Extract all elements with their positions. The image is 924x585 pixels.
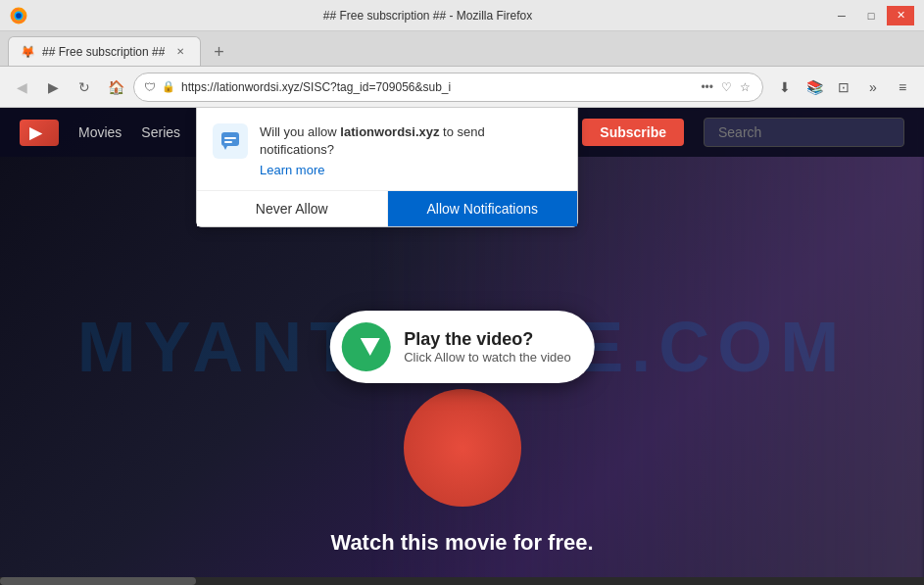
synced-tabs-button[interactable]: ⊡ — [830, 73, 857, 101]
scrollbar-area — [0, 577, 924, 585]
popup-buttons: Never Allow Allow Notifications — [197, 190, 577, 226]
title-bar-left — [10, 7, 27, 24]
play-arrow-icon — [360, 338, 379, 356]
url-bar: 🛡 🔒 https://lationwordsi.xyz/SISC?tag_id… — [133, 73, 763, 102]
watch-free-text: Watch this movie for free. — [0, 530, 924, 556]
popup-content: Will you allow lationwordsi.xyz to send … — [260, 123, 561, 178]
url-actions: ••• ♡ ☆ — [699, 78, 753, 96]
red-circle-decoration — [404, 389, 521, 507]
svg-marker-4 — [223, 146, 227, 150]
website-content: MYANTIWARE.COM ▶ Movies Series Categorie… — [0, 108, 924, 585]
window-title: ## Free subscription ## - Mozilla Firefo… — [27, 9, 828, 23]
lock-icon: 🔒 — [162, 80, 175, 93]
svg-rect-6 — [224, 141, 232, 143]
url-text[interactable]: https://lationwordsi.xyz/SISC?tag_id=709… — [181, 80, 693, 94]
title-bar: ## Free subscription ## - Mozilla Firefo… — [0, 0, 924, 31]
bookmark-icon[interactable]: ☆ — [738, 78, 753, 96]
site-logo: ▶ — [20, 120, 59, 146]
play-icon-circle — [341, 322, 390, 371]
play-text-container: Play the video? Click Allow to watch the… — [404, 329, 571, 365]
popup-message: Will you allow lationwordsi.xyz to send … — [260, 123, 561, 159]
learn-more-link[interactable]: Learn more — [260, 163, 324, 177]
extensions-button[interactable]: » — [859, 73, 887, 101]
restore-button[interactable]: □ — [857, 6, 885, 25]
nav-movies[interactable]: Movies — [78, 124, 122, 140]
back-button[interactable]: ◀ — [8, 73, 35, 101]
reload-button[interactable]: ↻ — [71, 73, 98, 101]
tab-favicon: 🦊 — [21, 45, 34, 59]
shield-icon: 🛡 — [144, 80, 156, 94]
new-tab-button[interactable]: + — [205, 38, 232, 66]
notification-icon — [213, 123, 248, 159]
svg-point-2 — [16, 13, 22, 19]
nav-series[interactable]: Series — [141, 124, 180, 140]
browser-tab[interactable]: 🦊 ## Free subscription ## ✕ — [8, 36, 201, 66]
tab-bar: 🦊 ## Free subscription ## ✕ + — [0, 31, 924, 67]
menu-button[interactable]: ≡ — [889, 73, 916, 101]
forward-button[interactable]: ▶ — [39, 73, 67, 101]
popup-message-pre: Will you allow — [260, 124, 340, 139]
downloads-button[interactable]: ⬇ — [771, 73, 799, 101]
home-button[interactable]: 🏠 — [102, 73, 129, 101]
tab-title: ## Free subscription ## — [42, 45, 165, 59]
window-controls: ─ □ ✕ — [828, 6, 914, 25]
heart-icon[interactable]: ♡ — [719, 78, 734, 96]
more-icon[interactable]: ••• — [699, 78, 715, 96]
scrollbar-thumb[interactable] — [0, 577, 196, 585]
tab-close-button[interactable]: ✕ — [172, 44, 188, 60]
popup-body: Will you allow lationwordsi.xyz to send … — [197, 108, 577, 190]
close-button[interactable]: ✕ — [887, 6, 914, 25]
minimize-button[interactable]: ─ — [828, 6, 855, 25]
firefox-icon — [10, 7, 27, 24]
popup-domain: lationwordsi.xyz — [340, 124, 439, 139]
toolbar-icons: ⬇ 📚 ⊡ » ≡ — [771, 73, 916, 101]
search-input[interactable] — [704, 118, 904, 147]
allow-notifications-button[interactable]: Allow Notifications — [388, 191, 578, 226]
chat-bubble-icon — [219, 130, 241, 152]
browser-frame: ## Free subscription ## - Mozilla Firefo… — [0, 0, 924, 585]
play-prompt: Play the video? Click Allow to watch the… — [329, 311, 595, 383]
play-title: Play the video? — [404, 329, 571, 350]
notification-popup: Will you allow lationwordsi.xyz to send … — [196, 108, 578, 227]
play-subtitle: Click Allow to watch the video — [404, 350, 571, 365]
nav-bar: ◀ ▶ ↻ 🏠 🛡 🔒 https://lationwordsi.xyz/SIS… — [0, 67, 924, 108]
library-button[interactable]: 📚 — [801, 73, 828, 101]
subscribe-button[interactable]: Subscribe — [582, 119, 684, 146]
never-allow-button[interactable]: Never Allow — [197, 191, 388, 226]
svg-rect-5 — [224, 137, 236, 139]
